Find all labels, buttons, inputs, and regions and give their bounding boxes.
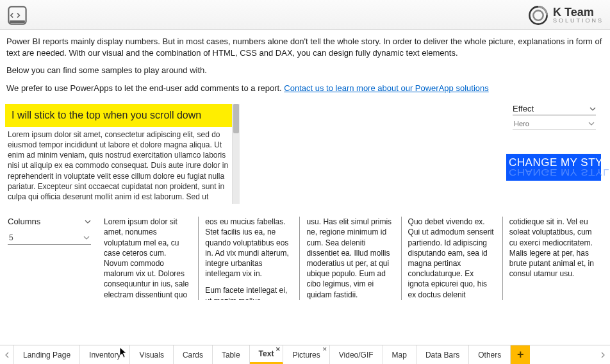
sticky-scroll-visual: I will stick to the top when you scroll … — [5, 104, 240, 213]
tab-label: Cards — [183, 351, 203, 360]
text-column: Lorem ipsum dolor sit amet, nonumes volu… — [97, 217, 199, 300]
effect-selected-value: Hero — [514, 120, 529, 128]
col-text: Lorem ipsum dolor sit amet, nonumes volu… — [104, 217, 192, 300]
svg-point-3 — [533, 10, 543, 20]
chevron-down-icon — [588, 120, 595, 127]
tab-others[interactable]: Others — [469, 345, 511, 364]
tab-label: Landing Page — [23, 351, 70, 360]
tab-label: Pictures — [292, 351, 320, 360]
text-column: usu. Has elit simul primis ne, regione m… — [300, 217, 401, 300]
contact-link[interactable]: Contact us to learn more about our Power… — [284, 83, 488, 93]
tab-label: Visuals — [139, 351, 163, 360]
intro-p3: We prefer to use PowerApps to let the en… — [6, 83, 604, 94]
close-icon[interactable]: ✕ — [322, 346, 327, 352]
company-swirl-icon — [527, 4, 549, 26]
intro-text-block: Power BI reports mainly display numbers.… — [0, 29, 610, 104]
columns-select[interactable]: 5 — [8, 231, 91, 245]
tab-table[interactable]: Table — [213, 345, 250, 364]
tab-label: Text — [259, 349, 274, 358]
col-text: eos eu mucius fabellas. Stet facilis ius… — [205, 217, 293, 279]
tab-scroll-left[interactable] — [0, 345, 14, 364]
app-logo-icon — [6, 4, 28, 26]
tab-label: Table — [222, 351, 240, 360]
effect-label: Effect — [513, 104, 534, 113]
effect-header[interactable]: Effect — [513, 104, 596, 115]
chevron-down-icon — [83, 235, 90, 241]
company-name: K Team — [553, 6, 604, 18]
tab-label: Video/GIF — [339, 351, 374, 360]
tab-label: Others — [478, 351, 501, 360]
columns-value: 5 — [9, 233, 13, 242]
company-logo: K Team SOLUTIONS — [527, 4, 604, 26]
text-column: Quo debet vivendo ex. Qui ut admodum sen… — [402, 217, 503, 300]
svg-rect-1 — [10, 20, 25, 22]
scroll-content[interactable]: I will stick to the top when you scroll … — [5, 104, 232, 204]
tab-cards[interactable]: Cards — [174, 345, 213, 364]
scrollbar-thumb[interactable] — [233, 104, 239, 133]
columns-control: Columns 5 — [8, 217, 91, 306]
tab-label: Data Bars — [425, 351, 459, 360]
close-icon[interactable]: ✕ — [276, 346, 281, 352]
intro-p2: Below you can find some samples to play … — [6, 65, 604, 76]
tab-data-bars[interactable]: Data Bars — [416, 345, 469, 364]
col-text: usu. Has elit simul primis ne, regione m… — [306, 217, 394, 300]
sticky-banner: I will stick to the top when you scroll … — [5, 104, 232, 127]
hero-text: CHANGE MY STYLE — [509, 156, 601, 169]
chevron-down-icon — [589, 106, 596, 112]
text-column: cotidieque sit in. Vel eu soleat volupta… — [503, 217, 604, 300]
tab-visuals[interactable]: Visuals — [130, 345, 173, 364]
chevron-down-icon — [85, 219, 91, 225]
multicolumn-text-visual: Lorem ipsum dolor sit amet, nonumes volu… — [97, 217, 604, 306]
lorem-text: Lorem ipsum dolor sit amet, consectetur … — [5, 127, 232, 204]
hero-effect-visual: CHANGE MY STYLE CHANGE MY STYLE — [506, 154, 601, 181]
col-text: cotidieque sit in. Vel eu soleat volupta… — [509, 217, 597, 279]
effect-select[interactable]: Hero — [513, 118, 596, 130]
intro-p1: Power BI reports mainly display numbers.… — [6, 36, 604, 58]
company-tagline: SOLUTIONS — [553, 18, 604, 24]
tab-scroll-right[interactable] — [596, 345, 610, 364]
intro-p3-prefix: We prefer to use PowerApps to let the en… — [6, 83, 284, 93]
tab-map[interactable]: Map — [383, 345, 416, 364]
page-tab-strip: Landing Page Inventory Visuals Cards Tab… — [0, 345, 610, 364]
tab-landing-page[interactable]: Landing Page — [14, 345, 80, 364]
tab-pictures[interactable]: Pictures✕ — [283, 345, 329, 364]
tab-label: Map — [392, 351, 407, 360]
columns-label: Columns — [8, 217, 40, 226]
col-text: Quo debet vivendo ex. Qui ut admodum sen… — [408, 217, 496, 300]
columns-header[interactable]: Columns — [8, 217, 91, 228]
scrollbar-track[interactable] — [232, 104, 240, 204]
col-text: Eum facete intellegat ei, ut mazim meliu… — [205, 285, 293, 300]
top-bar: K Team SOLUTIONS — [0, 0, 610, 29]
tab-video-gif[interactable]: Video/GIF — [330, 345, 383, 364]
tab-label: Inventory — [89, 351, 120, 360]
tab-text[interactable]: Text✕ — [250, 345, 284, 364]
text-column: eos eu mucius fabellas. Stet facilis ius… — [199, 217, 300, 300]
add-tab-button[interactable]: + — [511, 345, 530, 364]
tab-inventory[interactable]: Inventory — [80, 345, 130, 364]
